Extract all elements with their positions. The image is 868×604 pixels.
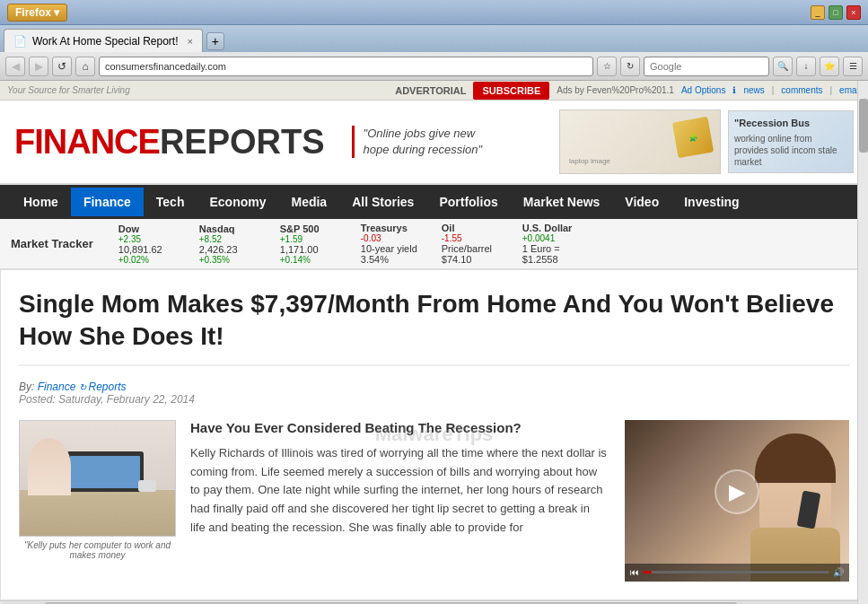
source-tagline: Your Source for Smarter Living bbox=[7, 85, 130, 95]
market-oil-change: -1.55 bbox=[442, 233, 462, 243]
market-dollar-name: U.S. Dollar bbox=[522, 223, 573, 233]
market-tracker-label: Market Tracker bbox=[11, 237, 93, 250]
video-panel: Work at home mom makes $8,795 m ⬗ bbox=[625, 420, 849, 582]
nav-item-video[interactable]: Video bbox=[612, 188, 671, 216]
posted-date: Posted: Saturday, February 22, 2014 bbox=[19, 393, 195, 406]
market-treasury-change: -0.03 bbox=[361, 233, 381, 243]
nav-item-finance[interactable]: Finance bbox=[71, 188, 144, 216]
scrollbar-thumb[interactable] bbox=[859, 99, 868, 153]
tab-favicon: 📄 bbox=[13, 35, 27, 48]
info-icon[interactable]: ℹ bbox=[732, 85, 736, 95]
ad-options-label[interactable]: Ad Options bbox=[681, 85, 725, 95]
news-link[interactable]: news bbox=[743, 85, 764, 95]
minimize-button[interactable]: _ bbox=[811, 5, 825, 20]
separator: | bbox=[772, 85, 775, 95]
market-nasdaq-pct: +0.35% bbox=[199, 255, 230, 265]
back-button[interactable]: ◀ bbox=[5, 57, 25, 76]
author-reports-link[interactable]: Reports bbox=[89, 381, 127, 393]
market-sp500-value: 1,171.00 bbox=[280, 244, 319, 255]
tab-bar: 📄 Work At Home Special Report! × + bbox=[0, 25, 868, 52]
subscribe-button[interactable]: SUBSCRIBE bbox=[473, 82, 549, 100]
horizontal-scrollbar[interactable] bbox=[0, 600, 868, 604]
nav-item-investing[interactable]: Investing bbox=[671, 188, 751, 216]
market-tracker: Market Tracker Dow +2.35 10,891.62 +0.02… bbox=[0, 219, 868, 269]
nav-menu: Home Finance Tech Economy Media All Stor… bbox=[0, 185, 868, 219]
logo-area: FINANCE REPORTS bbox=[14, 123, 325, 162]
home-button[interactable]: ⌂ bbox=[75, 57, 95, 76]
market-item-treasury: Treasurys -0.03 10-year yield 3.54% bbox=[361, 223, 424, 265]
market-item-sp500: S&P 500 +1.59 1,171.00 +0.14% bbox=[280, 223, 343, 265]
advertorial-label: ADVERTORIAL bbox=[395, 85, 466, 96]
market-sp500-change: +1.59 bbox=[280, 234, 302, 244]
recession-ad: "Recession Bus working online from provi… bbox=[728, 110, 854, 173]
market-oil-sub: Price/barrel bbox=[442, 243, 492, 254]
maximize-button[interactable]: □ bbox=[829, 5, 843, 20]
article-image bbox=[19, 420, 176, 537]
nav-item-portfolios[interactable]: Portfolios bbox=[426, 188, 510, 216]
article-body: "Kelly puts her computer to work and mak… bbox=[19, 420, 849, 582]
nav-item-all-stories[interactable]: All Stories bbox=[339, 188, 426, 216]
nav-item-media[interactable]: Media bbox=[278, 188, 339, 216]
market-dollar-sub: 1 Euro = bbox=[522, 243, 560, 254]
reload-icon[interactable]: ↻ bbox=[620, 57, 640, 76]
search-input[interactable] bbox=[644, 57, 769, 76]
new-tab-button[interactable]: + bbox=[206, 32, 224, 50]
bookmarks-icon[interactable]: ⭐ bbox=[820, 57, 839, 76]
refresh-button[interactable]: ↺ bbox=[52, 57, 72, 76]
logo-reports: REPORTS bbox=[160, 123, 325, 162]
nav-item-economy[interactable]: Economy bbox=[197, 188, 278, 216]
market-treasury-value: 3.54% bbox=[361, 254, 389, 265]
tagline-box: "Online jobs give new hope during recess… bbox=[352, 126, 495, 158]
forward-button[interactable]: ▶ bbox=[29, 57, 48, 76]
market-nasdaq-name: Nasdaq bbox=[199, 223, 235, 234]
author-prefix: By: bbox=[19, 381, 34, 393]
nav-bar: ◀ ▶ ↺ ⌂ ☆ ↻ 🔍 ↓ ⭐ ☰ bbox=[0, 52, 868, 81]
market-dollar-value: $1.2558 bbox=[522, 254, 558, 265]
site-header: FINANCE REPORTS "Online jobs give new ho… bbox=[0, 101, 868, 185]
browser-content: Your Source for Smarter Living ADVERTORI… bbox=[0, 81, 868, 604]
ad-bar: Your Source for Smarter Living ADVERTORI… bbox=[0, 81, 868, 101]
nav-item-tech[interactable]: Tech bbox=[144, 188, 197, 216]
market-dow-change: +2.35 bbox=[118, 234, 141, 244]
market-sp500-pct: +0.14% bbox=[280, 255, 311, 265]
main-content: MalwareTips Single Mom Makes $7,397/Mont… bbox=[0, 269, 868, 600]
market-treasury-name: Treasurys bbox=[361, 223, 408, 233]
market-item-dollar: U.S. Dollar +0.0041 1 Euro = $1.2558 bbox=[522, 223, 585, 265]
article-left: "Kelly puts her computer to work and mak… bbox=[19, 420, 607, 582]
header-images: 🧩 laptop image "Recession Bus working on… bbox=[559, 109, 854, 174]
recession-ad-title: "Recession Bus bbox=[734, 117, 847, 130]
refresh-icon: ↻ bbox=[79, 382, 89, 392]
search-button[interactable]: 🔍 bbox=[773, 57, 793, 76]
video-play-button[interactable]: ▶ bbox=[715, 469, 759, 514]
article-meta: By: Finance ↻ Reports Posted: Saturday, … bbox=[19, 381, 849, 406]
comments-link[interactable]: comments bbox=[781, 85, 822, 95]
downloads-icon[interactable]: ↓ bbox=[796, 57, 816, 76]
author-finance-link[interactable]: Finance bbox=[38, 381, 76, 393]
market-dow-value: 10,891.62 bbox=[118, 244, 162, 255]
scrollbar-track[interactable] bbox=[857, 81, 868, 604]
nav-item-home[interactable]: Home bbox=[11, 188, 71, 216]
recession-ad-body: working online from provides solid incom… bbox=[734, 133, 847, 168]
nav-item-market-news[interactable]: Market News bbox=[511, 188, 613, 216]
market-sp500-name: S&P 500 bbox=[280, 223, 320, 234]
firefox-menu-button[interactable]: Firefox ▾ bbox=[7, 4, 67, 22]
market-treasury-sub: 10-year yield bbox=[361, 243, 417, 254]
menu-icon[interactable]: ☰ bbox=[843, 57, 863, 76]
market-nasdaq-value: 2,426.23 bbox=[199, 244, 238, 255]
close-button[interactable]: × bbox=[846, 5, 861, 20]
header-puzzle-image: 🧩 laptop image bbox=[559, 109, 721, 174]
article-image-caption: "Kelly puts her computer to work and mak… bbox=[19, 540, 176, 560]
market-nasdaq-change: +8.52 bbox=[199, 234, 222, 244]
address-bar[interactable] bbox=[99, 57, 593, 76]
market-dollar-change: +0.0041 bbox=[522, 233, 555, 243]
separator2: | bbox=[829, 85, 832, 95]
market-oil-value: $74.10 bbox=[442, 254, 472, 265]
article-title: Single Mom Makes $7,397/Month From Home … bbox=[19, 288, 849, 366]
tab-title: Work At Home Special Report! bbox=[32, 35, 179, 48]
active-tab[interactable]: 📄 Work At Home Special Report! × bbox=[4, 29, 203, 52]
video-container: Work at home mom makes $8,795 m ⬗ bbox=[625, 420, 849, 582]
star-icon[interactable]: ☆ bbox=[597, 57, 617, 76]
market-item-nasdaq: Nasdaq +8.52 2,426.23 +0.35% bbox=[199, 223, 262, 265]
tab-close-icon[interactable]: × bbox=[188, 36, 193, 47]
market-oil-name: Oil bbox=[442, 223, 455, 233]
